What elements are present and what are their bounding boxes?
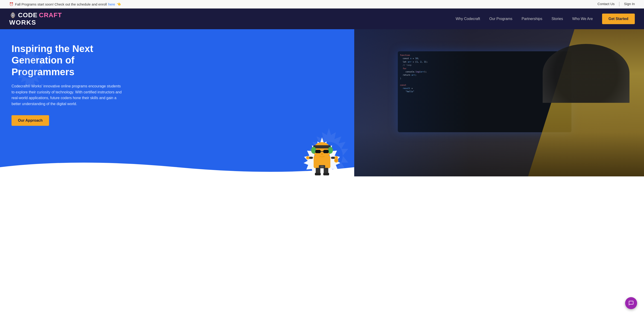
hero-section: Inspiring the Next Generation of Program… [0, 29, 644, 176]
svg-rect-15 [315, 173, 320, 175]
svg-rect-16 [323, 173, 329, 175]
logo-craft-text: CRAFT [39, 12, 62, 18]
svg-point-3 [20, 58, 40, 78]
announcement-actions: Contact Us Sign In [598, 2, 635, 6]
announcement-message: ⏰ Fall Programs start soon! Check out th… [9, 2, 121, 6]
nav-item-why-codecraft[interactable]: Why Codecraft [456, 17, 480, 21]
svg-point-2 [12, 14, 14, 16]
nav-item-our-programs[interactable]: Our Programs [489, 17, 512, 21]
svg-point-26 [321, 153, 323, 155]
hero-image-overlay [354, 29, 644, 176]
svg-point-11 [306, 156, 310, 159]
svg-point-21 [311, 147, 316, 154]
logo-code-text: CODE [18, 12, 38, 18]
nav-item-partnerships[interactable]: Partnerships [522, 17, 542, 21]
logo[interactable]: CODECRAFT WORKS [9, 11, 62, 26]
our-approach-button[interactable]: Our Approach [12, 115, 49, 126]
logo-gear-icon [9, 11, 16, 19]
mascot-robot [304, 133, 340, 176]
nav-item-who-we-are[interactable]: Who We Are [572, 17, 593, 21]
svg-rect-24 [323, 150, 329, 154]
hero-bg-gear-left [4, 43, 55, 94]
announcement-icon: ⏰ [9, 2, 14, 6]
sign-in-link[interactable]: Sign In [624, 2, 635, 6]
svg-point-28 [335, 159, 338, 162]
contact-us-link[interactable]: Contact Us [598, 2, 614, 6]
announcement-text: Fall Programs start soon! Check out the … [15, 2, 107, 6]
nav-links: Why Codecraft Our Programs Partnerships … [456, 13, 635, 24]
nav-item-stories[interactable]: Stories [552, 17, 563, 21]
announcement-link[interactable]: here [108, 2, 115, 6]
get-started-button[interactable]: Get Started [602, 13, 635, 24]
announcement-emoji: 👈 [116, 2, 121, 6]
svg-rect-23 [315, 150, 321, 154]
announcement-bar: ⏰ Fall Programs start soon! Check out th… [0, 0, 644, 8]
divider [619, 2, 619, 6]
svg-rect-18 [313, 145, 331, 149]
logo-works-text: WORKS [9, 19, 62, 26]
svg-rect-8 [320, 166, 324, 168]
svg-point-22 [328, 147, 333, 154]
hero-right: function const x = 10; let arr = [1, 2, … [354, 29, 644, 176]
navbar: CODECRAFT WORKS Why Codecraft Our Progra… [0, 8, 644, 29]
